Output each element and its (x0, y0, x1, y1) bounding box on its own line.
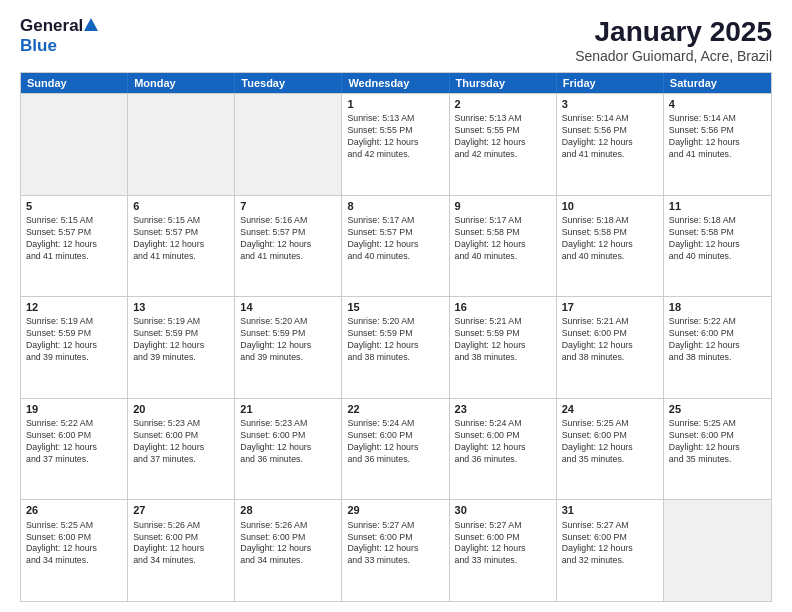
calendar-cell-r2-c7: 11Sunrise: 5:18 AM Sunset: 5:58 PM Dayli… (664, 196, 771, 297)
calendar-cell-r1-c6: 3Sunrise: 5:14 AM Sunset: 5:56 PM Daylig… (557, 94, 664, 195)
day-number: 19 (26, 402, 122, 416)
day-number: 13 (133, 300, 229, 314)
calendar-cell-r3-c3: 14Sunrise: 5:20 AM Sunset: 5:59 PM Dayli… (235, 297, 342, 398)
day-info: Sunrise: 5:15 AM Sunset: 5:57 PM Dayligh… (26, 215, 122, 263)
day-info: Sunrise: 5:26 AM Sunset: 6:00 PM Dayligh… (240, 520, 336, 568)
calendar-cell-r5-c4: 29Sunrise: 5:27 AM Sunset: 6:00 PM Dayli… (342, 500, 449, 601)
day-number: 31 (562, 503, 658, 517)
day-info: Sunrise: 5:14 AM Sunset: 5:56 PM Dayligh… (669, 113, 766, 161)
logo-general-text: General (20, 16, 83, 36)
logo-blue-text: Blue (20, 36, 57, 56)
calendar-title: January 2025 (575, 16, 772, 48)
day-number: 1 (347, 97, 443, 111)
day-info: Sunrise: 5:13 AM Sunset: 5:55 PM Dayligh… (347, 113, 443, 161)
day-number: 11 (669, 199, 766, 213)
day-info: Sunrise: 5:18 AM Sunset: 5:58 PM Dayligh… (669, 215, 766, 263)
calendar-cell-r2-c2: 6Sunrise: 5:15 AM Sunset: 5:57 PM Daylig… (128, 196, 235, 297)
calendar-cell-r2-c6: 10Sunrise: 5:18 AM Sunset: 5:58 PM Dayli… (557, 196, 664, 297)
logo-triangle-icon (84, 18, 98, 31)
header: General Blue January 2025 Senador Guioma… (20, 16, 772, 64)
day-info: Sunrise: 5:27 AM Sunset: 6:00 PM Dayligh… (562, 520, 658, 568)
day-info: Sunrise: 5:13 AM Sunset: 5:55 PM Dayligh… (455, 113, 551, 161)
day-number: 16 (455, 300, 551, 314)
header-friday: Friday (557, 73, 664, 93)
calendar-cell-r4-c3: 21Sunrise: 5:23 AM Sunset: 6:00 PM Dayli… (235, 399, 342, 500)
day-info: Sunrise: 5:27 AM Sunset: 6:00 PM Dayligh… (347, 520, 443, 568)
calendar-cell-r1-c2 (128, 94, 235, 195)
logo: General Blue (20, 16, 99, 56)
calendar-row-5: 26Sunrise: 5:25 AM Sunset: 6:00 PM Dayli… (21, 499, 771, 601)
day-info: Sunrise: 5:19 AM Sunset: 5:59 PM Dayligh… (133, 316, 229, 364)
day-info: Sunrise: 5:17 AM Sunset: 5:58 PM Dayligh… (455, 215, 551, 263)
calendar-cell-r2-c4: 8Sunrise: 5:17 AM Sunset: 5:57 PM Daylig… (342, 196, 449, 297)
day-number: 27 (133, 503, 229, 517)
day-info: Sunrise: 5:22 AM Sunset: 6:00 PM Dayligh… (669, 316, 766, 364)
day-info: Sunrise: 5:23 AM Sunset: 6:00 PM Dayligh… (240, 418, 336, 466)
day-number: 15 (347, 300, 443, 314)
calendar-cell-r5-c6: 31Sunrise: 5:27 AM Sunset: 6:00 PM Dayli… (557, 500, 664, 601)
calendar-cell-r2-c3: 7Sunrise: 5:16 AM Sunset: 5:57 PM Daylig… (235, 196, 342, 297)
calendar-cell-r4-c6: 24Sunrise: 5:25 AM Sunset: 6:00 PM Dayli… (557, 399, 664, 500)
page: General Blue January 2025 Senador Guioma… (0, 0, 792, 612)
day-number: 17 (562, 300, 658, 314)
day-info: Sunrise: 5:18 AM Sunset: 5:58 PM Dayligh… (562, 215, 658, 263)
calendar: Sunday Monday Tuesday Wednesday Thursday… (20, 72, 772, 602)
day-info: Sunrise: 5:16 AM Sunset: 5:57 PM Dayligh… (240, 215, 336, 263)
day-info: Sunrise: 5:25 AM Sunset: 6:00 PM Dayligh… (26, 520, 122, 568)
day-number: 30 (455, 503, 551, 517)
calendar-cell-r5-c2: 27Sunrise: 5:26 AM Sunset: 6:00 PM Dayli… (128, 500, 235, 601)
day-info: Sunrise: 5:21 AM Sunset: 6:00 PM Dayligh… (562, 316, 658, 364)
day-number: 4 (669, 97, 766, 111)
day-number: 12 (26, 300, 122, 314)
day-info: Sunrise: 5:14 AM Sunset: 5:56 PM Dayligh… (562, 113, 658, 161)
calendar-row-1: 1Sunrise: 5:13 AM Sunset: 5:55 PM Daylig… (21, 93, 771, 195)
header-monday: Monday (128, 73, 235, 93)
day-info: Sunrise: 5:20 AM Sunset: 5:59 PM Dayligh… (347, 316, 443, 364)
calendar-cell-r4-c5: 23Sunrise: 5:24 AM Sunset: 6:00 PM Dayli… (450, 399, 557, 500)
day-number: 8 (347, 199, 443, 213)
day-info: Sunrise: 5:23 AM Sunset: 6:00 PM Dayligh… (133, 418, 229, 466)
calendar-row-3: 12Sunrise: 5:19 AM Sunset: 5:59 PM Dayli… (21, 296, 771, 398)
day-number: 6 (133, 199, 229, 213)
calendar-row-4: 19Sunrise: 5:22 AM Sunset: 6:00 PM Dayli… (21, 398, 771, 500)
calendar-header-row: Sunday Monday Tuesday Wednesday Thursday… (21, 73, 771, 93)
day-number: 28 (240, 503, 336, 517)
day-info: Sunrise: 5:19 AM Sunset: 5:59 PM Dayligh… (26, 316, 122, 364)
day-info: Sunrise: 5:15 AM Sunset: 5:57 PM Dayligh… (133, 215, 229, 263)
calendar-cell-r1-c1 (21, 94, 128, 195)
day-info: Sunrise: 5:25 AM Sunset: 6:00 PM Dayligh… (562, 418, 658, 466)
calendar-cell-r3-c5: 16Sunrise: 5:21 AM Sunset: 5:59 PM Dayli… (450, 297, 557, 398)
calendar-cell-r2-c1: 5Sunrise: 5:15 AM Sunset: 5:57 PM Daylig… (21, 196, 128, 297)
calendar-cell-r1-c5: 2Sunrise: 5:13 AM Sunset: 5:55 PM Daylig… (450, 94, 557, 195)
calendar-subtitle: Senador Guiomard, Acre, Brazil (575, 48, 772, 64)
calendar-cell-r4-c1: 19Sunrise: 5:22 AM Sunset: 6:00 PM Dayli… (21, 399, 128, 500)
day-number: 23 (455, 402, 551, 416)
calendar-cell-r2-c5: 9Sunrise: 5:17 AM Sunset: 5:58 PM Daylig… (450, 196, 557, 297)
day-number: 20 (133, 402, 229, 416)
day-info: Sunrise: 5:26 AM Sunset: 6:00 PM Dayligh… (133, 520, 229, 568)
day-number: 24 (562, 402, 658, 416)
day-number: 29 (347, 503, 443, 517)
day-number: 3 (562, 97, 658, 111)
day-number: 5 (26, 199, 122, 213)
day-info: Sunrise: 5:27 AM Sunset: 6:00 PM Dayligh… (455, 520, 551, 568)
day-number: 7 (240, 199, 336, 213)
day-info: Sunrise: 5:21 AM Sunset: 5:59 PM Dayligh… (455, 316, 551, 364)
calendar-cell-r3-c2: 13Sunrise: 5:19 AM Sunset: 5:59 PM Dayli… (128, 297, 235, 398)
day-number: 25 (669, 402, 766, 416)
day-number: 9 (455, 199, 551, 213)
calendar-cell-r3-c6: 17Sunrise: 5:21 AM Sunset: 6:00 PM Dayli… (557, 297, 664, 398)
day-info: Sunrise: 5:24 AM Sunset: 6:00 PM Dayligh… (347, 418, 443, 466)
calendar-cell-r4-c4: 22Sunrise: 5:24 AM Sunset: 6:00 PM Dayli… (342, 399, 449, 500)
header-saturday: Saturday (664, 73, 771, 93)
calendar-body: 1Sunrise: 5:13 AM Sunset: 5:55 PM Daylig… (21, 93, 771, 601)
header-sunday: Sunday (21, 73, 128, 93)
header-wednesday: Wednesday (342, 73, 449, 93)
calendar-cell-r5-c1: 26Sunrise: 5:25 AM Sunset: 6:00 PM Dayli… (21, 500, 128, 601)
day-info: Sunrise: 5:22 AM Sunset: 6:00 PM Dayligh… (26, 418, 122, 466)
day-number: 26 (26, 503, 122, 517)
calendar-cell-r1-c3 (235, 94, 342, 195)
header-thursday: Thursday (450, 73, 557, 93)
header-tuesday: Tuesday (235, 73, 342, 93)
calendar-cell-r3-c1: 12Sunrise: 5:19 AM Sunset: 5:59 PM Dayli… (21, 297, 128, 398)
